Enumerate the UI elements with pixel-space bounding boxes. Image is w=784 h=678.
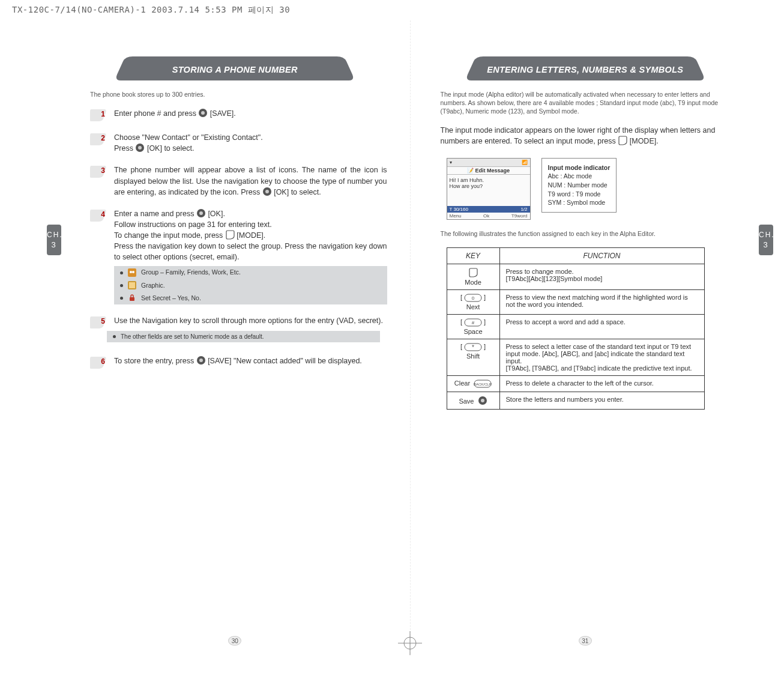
table-row: Save Store the letters and numbers you e… xyxy=(447,392,704,409)
table-row: Clear BACK/CLR Press to delete a charact… xyxy=(447,375,704,392)
step-text: Enter phone # and press [SAVE]. xyxy=(114,108,236,121)
bullet-dot-icon xyxy=(120,297,123,300)
screen-body-line: How are you? xyxy=(450,183,528,189)
ok-key-icon xyxy=(135,143,145,153)
chapter-number: 3 xyxy=(47,240,61,249)
svg-rect-8 xyxy=(128,268,136,277)
bullet-dot-icon xyxy=(113,335,116,338)
two-page-spread: CH. 3 STORING A PHONE NUMBER The phone b… xyxy=(60,20,760,654)
step-number: 5 xyxy=(101,317,105,325)
input-mode-callout: Input mode indicator Abc : Abc mode NUM … xyxy=(541,158,617,213)
file-stamp: TX-120C-7/14(NO-CAMERA)-1 2003.7.14 5:53… xyxy=(12,5,290,16)
keycap-hash-icon: # xyxy=(464,318,482,327)
svg-point-9 xyxy=(130,271,132,273)
keycap-star-icon: * xyxy=(464,343,482,351)
right-intro: The input mode (Alpha editor) will be au… xyxy=(441,90,731,116)
step-text: Choose "New Contact" or "Existing Contac… xyxy=(114,132,263,154)
svg-text:#: # xyxy=(472,320,475,325)
key-label: Shift xyxy=(453,353,493,360)
step-bullet: 6 xyxy=(90,356,107,369)
svg-rect-13 xyxy=(130,297,134,301)
section-banner-left: STORING A PHONE NUMBER xyxy=(115,56,355,83)
graphic-icon xyxy=(128,281,136,289)
func-cell: Store the letters and numbers you enter. xyxy=(499,392,704,409)
phone-screen-mock: ▾📶 📝 Edit Message Hi! I am Huhn. How are… xyxy=(447,158,531,220)
step-bullet: 5 xyxy=(90,315,107,328)
left-page: CH. 3 STORING A PHONE NUMBER The phone b… xyxy=(60,20,410,654)
callout-line: NUM : Number mode xyxy=(548,181,611,190)
chapter-label: CH. xyxy=(47,231,63,239)
svg-point-10 xyxy=(132,271,134,273)
callout-line: SYM : Symbol mode xyxy=(548,198,611,207)
table-row: [ 0 ] Next Press to view the next matchi… xyxy=(447,289,704,314)
chapter-number: 3 xyxy=(759,240,773,249)
key-label: Space xyxy=(453,328,493,335)
step4-notebox: Group – Family, Friends, Work, Etc. Grap… xyxy=(114,266,387,304)
svg-text:*: * xyxy=(472,344,474,351)
step-text: Use the Navigation key to scroll through… xyxy=(114,315,383,328)
softkey-mode-icon xyxy=(468,268,478,277)
func-cell: Press to accept a word and add a space. xyxy=(499,314,704,339)
note-text: Set Secret – Yes, No. xyxy=(141,294,201,303)
note-text: The other fields are set to Numeric mode… xyxy=(121,333,264,340)
callout-title: Input mode indicator xyxy=(548,163,611,172)
key-function-table: KEY FUNCTION Mode Press to change mode. … xyxy=(447,247,705,410)
svg-rect-12 xyxy=(129,282,135,288)
page-number-left: 30 xyxy=(228,636,241,646)
note-text: Graphic. xyxy=(141,281,165,290)
ok-key-icon xyxy=(478,396,487,405)
table-header-func: FUNCTION xyxy=(499,247,704,264)
step-4: 4 Enter a name and press [OK]. Follow in… xyxy=(90,208,387,304)
step-bullet: 2 xyxy=(90,132,107,145)
chapter-tab-left: CH. 3 xyxy=(47,225,61,255)
step-number: 2 xyxy=(101,134,105,142)
section-banner-right: ENTERING LETTERS, NUMBERS & SYMBOLS xyxy=(465,56,705,83)
svg-text:0: 0 xyxy=(472,295,475,301)
lock-icon xyxy=(128,294,136,302)
softkey-mode-icon xyxy=(225,230,235,240)
step-text: Enter a name and press [OK]. Follow inst… xyxy=(114,208,387,304)
svg-text:BACK/CLR: BACK/CLR xyxy=(474,383,492,386)
step5-notebar: The other fields are set to Numeric mode… xyxy=(107,331,380,342)
ok-key-icon xyxy=(196,356,206,365)
svg-point-1 xyxy=(201,111,205,115)
step-bullet: 4 xyxy=(90,208,107,222)
svg-point-7 xyxy=(199,211,203,215)
right-page: CH. 3 ENTERING LETTERS, NUMBERS & SYMBOL… xyxy=(410,20,761,654)
key-label: Save xyxy=(459,398,474,405)
page-number-right: 31 xyxy=(579,636,592,646)
step-3: 3 The phone number will appear above a l… xyxy=(90,165,387,197)
keycap-clr-icon: BACK/CLR xyxy=(474,380,492,388)
right-statement: The input mode indicator appears on the … xyxy=(441,126,731,147)
group-icon xyxy=(128,268,136,277)
registration-mark-icon xyxy=(398,631,422,655)
step-number: 4 xyxy=(101,210,105,219)
ok-key-icon xyxy=(196,208,206,218)
char-count: T 30/160 xyxy=(450,207,468,212)
softkey-right: T9word xyxy=(511,213,528,219)
bullet-dot-icon xyxy=(120,284,123,287)
svg-point-15 xyxy=(199,359,203,362)
func-cell: Press to delete a character to the left … xyxy=(499,375,704,392)
step-number: 1 xyxy=(101,110,105,118)
callout-line: T9 word : T9 mode xyxy=(548,190,611,199)
step-number: 3 xyxy=(101,167,105,175)
chapter-tab-right: CH. 3 xyxy=(759,225,773,255)
keycap-0-icon: 0 xyxy=(464,294,482,302)
softkey-mid: Ok xyxy=(483,213,489,219)
ok-key-icon xyxy=(198,108,208,118)
step-number: 6 xyxy=(101,357,105,366)
ok-key-icon xyxy=(262,187,272,196)
key-label: Clear xyxy=(454,380,470,387)
screen-body-line: Hi! I am Huhn. xyxy=(450,177,528,183)
table-intro: The following illustrates the function a… xyxy=(441,229,731,238)
step-bullet: 1 xyxy=(90,108,107,121)
step-5: 5 Use the Navigation key to scroll throu… xyxy=(90,315,387,328)
screen-title: 📝 Edit Message xyxy=(447,166,530,175)
left-intro: The phone book stores up to 300 entries. xyxy=(90,90,380,98)
table-row: [ * ] Shift Press to select a letter cas… xyxy=(447,339,704,375)
step-6: 6 To store the entry, press [SAVE] "New … xyxy=(90,356,387,369)
table-header-key: KEY xyxy=(447,247,499,264)
func-cell: Press to change mode. [T9Abc][Abc][123][… xyxy=(499,264,704,289)
softkey-mode-icon xyxy=(618,136,627,145)
